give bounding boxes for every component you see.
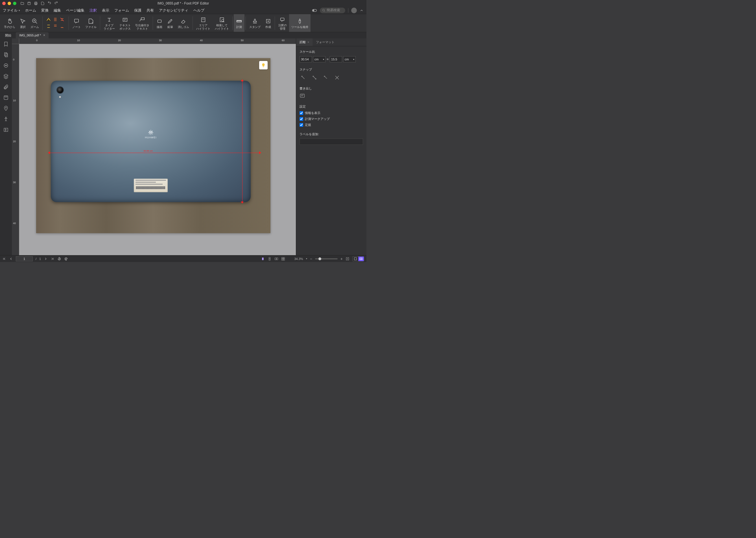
export-button[interactable]	[299, 93, 363, 99]
last-page-icon[interactable]	[51, 257, 54, 261]
zoom-out-button[interactable]: −	[310, 257, 312, 261]
tool-callout[interactable]: 引出線付き テキスト	[133, 14, 152, 32]
attachment-icon[interactable]	[3, 84, 9, 90]
fit-page-icon[interactable]	[346, 257, 350, 261]
undo-icon[interactable]	[47, 1, 51, 5]
tool-stamp[interactable]: スタンプ	[247, 14, 263, 32]
collapse-ribbon-icon[interactable]	[360, 9, 364, 12]
tool-typewriter[interactable]: タイプ ライター	[101, 14, 117, 32]
pdf-page[interactable]: HUAWEI 30.98 cm	[36, 58, 270, 233]
pages-icon[interactable]	[3, 52, 9, 58]
tab-document[interactable]: IMG_0655.pdf * ×	[16, 32, 49, 38]
tab-close-icon[interactable]: ×	[43, 33, 45, 37]
view-continuous-icon[interactable]	[268, 257, 272, 261]
tool-create[interactable]: 作成	[263, 14, 274, 32]
reading-mode-on[interactable]	[358, 257, 364, 261]
svg-rect-10	[141, 18, 144, 20]
save-panel-icon[interactable]	[3, 95, 9, 100]
tool-hand[interactable]: 手のひら	[2, 14, 18, 32]
check-markup[interactable]: 計測マークアップ	[299, 117, 363, 121]
snap-path-icon[interactable]	[323, 75, 328, 80]
svg-rect-11	[158, 20, 161, 22]
check-ruler[interactable]: 定規	[299, 123, 363, 127]
menu-accessibility[interactable]: アクセシビリティ	[159, 8, 188, 13]
tool-manage-annotations[interactable]: 注釈の 管理	[276, 14, 289, 32]
menu-home[interactable]: ホーム	[25, 8, 36, 13]
user-avatar[interactable]	[351, 8, 357, 13]
location-icon[interactable]	[3, 106, 9, 111]
tool-draw[interactable]: 描画	[154, 14, 165, 32]
tool-area-highlight[interactable]: エリア ハイライト	[194, 14, 213, 32]
toggle-icon[interactable]	[312, 9, 317, 12]
scale-unit-2-select[interactable]: cm▾	[343, 56, 356, 62]
tool-zoom[interactable]: ズーム	[28, 14, 41, 32]
prev-page-icon[interactable]	[9, 257, 13, 261]
scale-value-2-input[interactable]	[330, 56, 342, 62]
tool-text-markup[interactable]	[44, 14, 68, 32]
page-number-input[interactable]	[16, 256, 33, 261]
view-facing-icon[interactable]	[274, 257, 278, 261]
tool-file-attach[interactable]: ファイル	[83, 14, 99, 32]
hint-bulb-button[interactable]	[259, 61, 268, 70]
reading-mode-off[interactable]	[352, 257, 358, 261]
bookmark-icon[interactable]	[3, 41, 9, 47]
rotate-cw-icon[interactable]	[64, 257, 68, 261]
tool-search-highlight[interactable]: 検索して ハイライト	[213, 14, 231, 32]
new-doc-icon[interactable]	[41, 1, 45, 5]
rotate-ccw-icon[interactable]	[57, 257, 61, 261]
snap-intersection-icon[interactable]	[335, 75, 340, 80]
close-icon[interactable]: ×	[307, 40, 309, 44]
first-page-icon[interactable]	[2, 257, 6, 261]
tool-select[interactable]: 選択	[18, 14, 28, 32]
svg-rect-36	[269, 259, 270, 260]
accessibility-icon[interactable]	[3, 116, 9, 122]
scale-value-1-input[interactable]	[299, 56, 312, 62]
open-icon[interactable]	[20, 1, 24, 5]
svg-point-15	[222, 20, 224, 22]
tool-pencil[interactable]: 鉛筆	[165, 14, 176, 32]
close-window-button[interactable]	[2, 2, 6, 5]
label-input[interactable]	[299, 138, 363, 145]
reading-mode-toggle[interactable]	[352, 256, 364, 261]
menu-annotate[interactable]: 注釈	[89, 8, 97, 13]
menu-page-edit[interactable]: ページ編集	[66, 8, 84, 13]
panel-collapse-icon[interactable]	[3, 127, 9, 133]
menu-form[interactable]: フォーム	[114, 8, 129, 13]
next-page-icon[interactable]	[44, 257, 48, 261]
menu-edit[interactable]: 編集	[54, 8, 61, 13]
zoom-in-button[interactable]: +	[341, 257, 343, 261]
measure-line-horizontal[interactable]	[49, 153, 260, 153]
tool-textbox[interactable]: テキスト ボックス	[117, 14, 133, 32]
layers-icon[interactable]	[3, 74, 9, 79]
minimize-window-button[interactable]	[8, 2, 11, 5]
menu-help[interactable]: ヘルプ	[193, 8, 204, 13]
maximize-window-button[interactable]	[13, 2, 16, 5]
menu-share[interactable]: 共有	[146, 8, 154, 13]
svg-rect-9	[123, 18, 127, 21]
menu-file[interactable]: ファイル	[3, 8, 18, 13]
document-viewport[interactable]: HUAWEI 30.98 cm	[19, 44, 296, 255]
snap-endpoint-icon[interactable]	[301, 75, 306, 80]
measure-line-vertical[interactable]	[242, 80, 243, 203]
tool-keep-tool[interactable]: ツールを維持	[289, 14, 310, 32]
view-facing-continuous-icon[interactable]	[281, 257, 285, 261]
save-icon[interactable]	[27, 1, 31, 5]
tool-measure[interactable]: 計測	[234, 14, 244, 32]
tool-note[interactable]: ノート	[70, 14, 83, 32]
tab-start[interactable]: 開始	[2, 32, 15, 38]
check-show-info[interactable]: 情報を表示	[299, 111, 363, 115]
print-icon[interactable]	[34, 1, 38, 5]
comments-icon[interactable]	[3, 63, 9, 68]
panel-tab-distance[interactable]: 距離×	[296, 38, 312, 46]
snap-midpoint-icon[interactable]	[312, 75, 317, 80]
tool-eraser[interactable]: 消しゴム	[176, 14, 191, 32]
menu-convert[interactable]: 変換	[41, 8, 49, 13]
menu-view[interactable]: 表示	[102, 8, 109, 13]
search-input[interactable]: 簡易検索	[320, 8, 345, 13]
scale-unit-1-select[interactable]: cm▾	[313, 56, 326, 62]
view-single-icon[interactable]	[261, 257, 265, 261]
panel-tab-format[interactable]: フォーマット	[312, 38, 338, 46]
redo-icon[interactable]	[54, 1, 58, 5]
menu-protect[interactable]: 保護	[134, 8, 141, 13]
zoom-slider[interactable]	[315, 258, 338, 259]
